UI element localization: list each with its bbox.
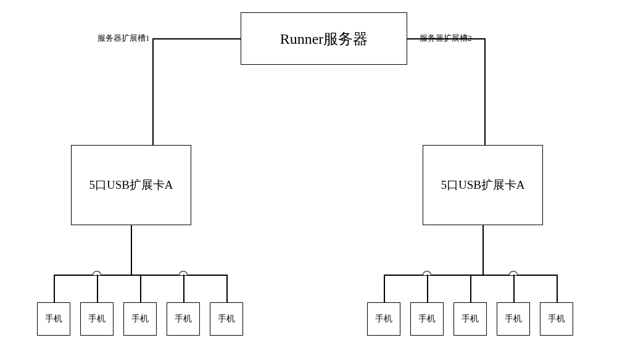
connector	[384, 275, 385, 302]
connector	[152, 38, 154, 145]
phone-box: 手机	[367, 302, 400, 336]
connector	[183, 275, 184, 302]
connector	[131, 225, 132, 275]
slot1-label: 服务器扩展槽1	[97, 33, 150, 44]
connector	[226, 275, 228, 302]
server-title: Runner服务器	[280, 29, 368, 49]
phone-label: 手机	[131, 313, 149, 325]
phone-box: 手机	[540, 302, 573, 336]
phone-box: 手机	[80, 302, 114, 336]
phone-label: 手机	[462, 313, 479, 325]
connector	[97, 275, 98, 302]
usb-right-label: 5口USB扩展卡A	[441, 177, 524, 193]
phone-box: 手机	[37, 302, 70, 336]
phone-label: 手机	[175, 313, 192, 325]
phone-box: 手机	[210, 302, 243, 336]
connector	[152, 38, 241, 39]
phone-label: 手机	[505, 313, 522, 325]
connector	[482, 225, 484, 275]
usb-extension-a-left: 5口USB扩展卡A	[71, 145, 191, 225]
connector	[470, 275, 471, 302]
connector	[427, 275, 428, 302]
phone-label: 手机	[218, 313, 235, 325]
phone-label: 手机	[88, 313, 106, 325]
phone-box: 手机	[167, 302, 200, 336]
phone-box: 手机	[123, 302, 157, 336]
phone-label: 手机	[418, 313, 436, 325]
phone-label: 手机	[548, 313, 565, 325]
phone-box: 手机	[453, 302, 487, 336]
connector	[557, 275, 558, 302]
connector	[54, 275, 55, 302]
phone-box: 手机	[497, 302, 530, 336]
usb-extension-a-right: 5口USB扩展卡A	[423, 145, 543, 225]
phone-box: 手机	[410, 302, 444, 336]
connector	[407, 38, 485, 39]
usb-left-label: 5口USB扩展卡A	[89, 177, 173, 193]
connector	[484, 38, 486, 145]
server-box: Runner服务器	[241, 12, 407, 65]
connector	[513, 275, 515, 302]
phone-label: 手机	[45, 313, 62, 325]
phone-label: 手机	[375, 313, 392, 325]
connector	[140, 275, 141, 302]
